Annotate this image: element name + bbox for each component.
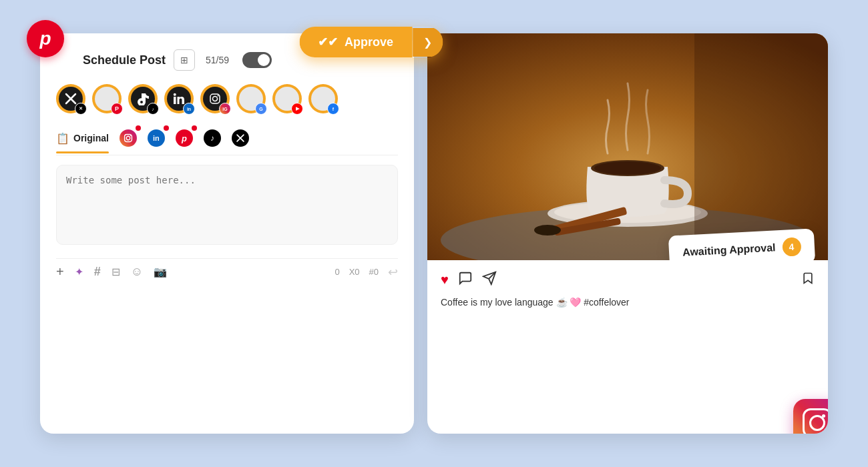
profile-avatar-pinterest[interactable]: P	[92, 84, 122, 113]
svg-point-13	[594, 161, 661, 175]
svg-rect-0	[174, 97, 176, 104]
linkedin-badge: in	[183, 103, 195, 115]
post-textarea[interactable]	[56, 165, 398, 245]
post-caption: Coffee is my love language ☕ 🩷 #coffelov…	[441, 296, 815, 310]
profile-avatar-tiktok[interactable]: ♪	[128, 84, 158, 113]
schedule-post-panel: p Schedule Post ⊞ 51/59 ✕ P	[40, 33, 414, 434]
tab-linkedin[interactable]: in	[148, 127, 165, 149]
instagram-tab-icon	[120, 129, 137, 147]
tab-instagram[interactable]	[120, 127, 137, 149]
profile-avatar-linkedin[interactable]: in	[164, 84, 194, 113]
tags-stat: #0	[369, 267, 379, 277]
approve-chevron-button[interactable]: ❯	[412, 28, 443, 57]
post-preview-panel: Awaiting Approval 4 ♥ Coffee is my love …	[427, 33, 828, 434]
main-container: ✔✔ Approve ❯ p Schedule Post ⊞ 51/59	[40, 33, 828, 434]
instagram-notification-dot	[136, 125, 141, 131]
pinterest-notification-dot	[192, 125, 197, 131]
comment-button[interactable]	[458, 271, 473, 289]
coffee-image: Awaiting Approval 4	[427, 33, 828, 260]
tiktok-tab-icon: ♪	[204, 129, 221, 147]
profile-avatar-google[interactable]: G	[236, 84, 266, 113]
approve-checkmark-icon: ✔✔	[318, 35, 338, 49]
sparkle-button[interactable]: ✦	[75, 266, 83, 278]
bottom-toolbar: + ✦ # ⊟ ☺ 📷 0 X0 #0 ↩	[56, 258, 398, 280]
stat-shares-value: X0	[349, 267, 360, 277]
approve-button[interactable]: ✔✔ Approve	[299, 27, 412, 57]
pinterest-logo: p	[27, 20, 64, 57]
twitter-tab-icon	[232, 129, 249, 147]
bookmark-button[interactable]	[801, 271, 815, 289]
x-badge: ✕	[75, 103, 87, 115]
toggle-switch[interactable]	[242, 52, 272, 68]
like-button[interactable]: ♥	[441, 272, 449, 288]
awaiting-label: Awaiting Approval	[682, 242, 776, 258]
emoji-button[interactable]: ☺	[131, 265, 143, 279]
profile-avatar-facebook[interactable]: f	[308, 84, 338, 113]
grid-view-button[interactable]: ⊞	[174, 49, 195, 71]
pinterest-badge: P	[111, 103, 123, 115]
svg-point-6	[126, 136, 130, 139]
tab-original[interactable]: 📋 Original	[56, 129, 109, 147]
layout-button[interactable]: ⊟	[112, 266, 120, 278]
schedule-title: Schedule Post	[83, 53, 166, 67]
profiles-row: ✕ P ♪ in	[56, 84, 398, 113]
hashtag-button[interactable]: #	[94, 265, 101, 279]
svg-rect-17	[694, 33, 828, 260]
tab-original-label: Original	[73, 133, 109, 143]
clipboard-icon: 📋	[56, 132, 69, 145]
svg-point-16	[534, 225, 561, 236]
linkedin-tab-icon: in	[148, 129, 165, 147]
svg-point-4	[218, 95, 219, 97]
grid-icon: ⊞	[180, 55, 188, 65]
svg-point-3	[213, 97, 218, 101]
approve-button-container: ✔✔ Approve ❯	[299, 27, 443, 57]
platform-tabs: 📋 Original in p ♪	[56, 127, 398, 155]
profile-avatar-instagram[interactable]: IG	[200, 84, 230, 113]
approve-label: Approve	[345, 35, 393, 49]
toolbar-stats: 0 X0 #0 ↩	[335, 265, 398, 280]
youtube-badge: ▶	[291, 103, 303, 115]
post-content-area: ♥ Coffee is my love language ☕ 🩷 #coffel…	[427, 260, 828, 434]
tab-pinterest[interactable]: p	[176, 127, 193, 149]
instagram-badge: IG	[219, 103, 231, 115]
profile-avatar-youtube[interactable]: ▶	[272, 84, 302, 113]
profile-avatar-x[interactable]: ✕	[56, 84, 85, 113]
instagram-branding-logo	[793, 399, 828, 434]
pinterest-tab-icon: p	[176, 129, 193, 147]
share-button[interactable]	[482, 271, 497, 289]
camera-button[interactable]: 📷	[154, 266, 167, 278]
svg-point-1	[174, 93, 176, 96]
instagram-logo-icon	[803, 408, 828, 434]
add-button[interactable]: +	[56, 264, 64, 280]
char-count: 51/59	[206, 55, 229, 65]
tab-tiktok[interactable]: ♪	[204, 127, 221, 149]
chevron-down-icon: ❯	[423, 37, 432, 48]
shares-stat: X0	[349, 267, 360, 277]
pinterest-icon: p	[39, 28, 51, 49]
post-actions: ♥	[441, 271, 815, 289]
stat-likes-value: 0	[335, 267, 339, 277]
linkedin-notification-dot	[164, 125, 169, 131]
likes-stat: 0	[335, 267, 339, 277]
awaiting-count: 4	[782, 237, 801, 256]
tab-twitter[interactable]	[232, 127, 249, 149]
coffee-illustration	[427, 33, 828, 260]
google-badge: G	[255, 103, 267, 115]
tiktok-badge: ♪	[147, 103, 159, 115]
undo-button[interactable]: ↩	[388, 265, 398, 280]
stat-tags-value: #0	[369, 267, 379, 277]
svg-point-7	[130, 135, 132, 137]
facebook-badge: f	[327, 103, 339, 115]
